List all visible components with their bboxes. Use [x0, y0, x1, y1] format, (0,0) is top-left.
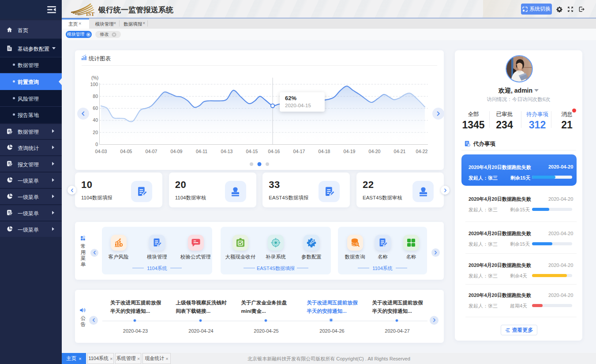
svg-text:04-20: 04-20	[369, 149, 381, 154]
svg-text:(%): (%)	[91, 75, 98, 80]
svg-text:04-21: 04-21	[394, 149, 406, 154]
svg-text:04-07: 04-07	[146, 149, 157, 154]
svg-text:04-13: 04-13	[221, 149, 233, 154]
svg-text:04-09: 04-09	[171, 149, 183, 154]
svg-text:IST: IST	[86, 11, 94, 16]
svg-text:04-22: 04-22	[416, 149, 428, 154]
svg-text:0: 0	[95, 142, 98, 147]
svg-text:04-15: 04-15	[246, 149, 258, 154]
svg-text:60: 60	[93, 105, 98, 111]
svg-text:20: 20	[93, 130, 98, 135]
svg-text:80: 80	[93, 94, 98, 99]
svg-text:04-11: 04-11	[196, 149, 207, 154]
svg-text:04-18: 04-18	[319, 149, 330, 154]
svg-text:04-19: 04-19	[344, 149, 356, 154]
svg-text:04-03: 04-03	[95, 149, 107, 154]
svg-text:100: 100	[90, 82, 98, 87]
svg-text:04-16: 04-16	[268, 149, 280, 154]
svg-text:40: 40	[93, 117, 98, 123]
svg-text:04-17: 04-17	[293, 149, 305, 154]
svg-text:04-05: 04-05	[120, 149, 132, 154]
